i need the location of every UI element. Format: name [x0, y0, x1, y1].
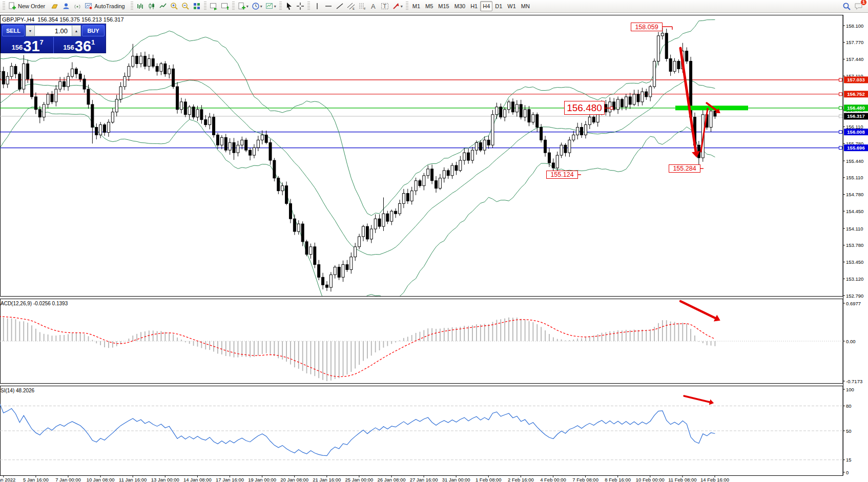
periods-button[interactable]: ▾ [250, 1, 264, 12]
candle-bear [419, 181, 421, 186]
candle-bull [209, 117, 211, 125]
search-button[interactable] [841, 1, 853, 12]
candle-bull [10, 66, 13, 76]
toolbar-grip[interactable] [131, 2, 133, 11]
templates-button[interactable]: ▾ [264, 1, 278, 12]
candle-bear [564, 145, 567, 153]
volume-down-button[interactable]: ▼ [26, 25, 35, 36]
add-indicator-button[interactable]: ▾ [236, 1, 250, 12]
candle-bull [576, 128, 579, 135]
time-axis-label: 11 Feb 08:00 [668, 477, 696, 482]
profile-icon [62, 2, 70, 10]
candle-bull [370, 229, 373, 239]
annotation-swing-low[interactable]: 155.124 [546, 171, 578, 179]
horizontal-line-button[interactable] [323, 1, 334, 12]
dropdown-caret-icon: ▾ [274, 4, 276, 9]
trendline-button[interactable] [334, 1, 345, 12]
zoom-out-button[interactable] [180, 1, 191, 12]
annotation-crash-low[interactable]: 155.284 [669, 164, 700, 173]
candle-bull [257, 140, 259, 148]
candle-bull [710, 111, 712, 128]
text-label-button[interactable]: T [379, 1, 390, 12]
main-panel [0, 20, 843, 322]
candle-bull [515, 104, 518, 112]
candle-bear [249, 150, 252, 155]
candle-bull [334, 267, 336, 275]
candle-bear [338, 267, 340, 277]
price-tag-label: 155.696 [847, 145, 864, 151]
autotrading-label: AutoTrading [93, 3, 128, 9]
candle-bull [71, 69, 73, 76]
timeframe-w1-button[interactable]: W1 [505, 1, 519, 11]
annotation-peak-price[interactable]: 158.059 [631, 23, 663, 31]
crosshair-button[interactable] [295, 1, 306, 12]
candle-bear [87, 89, 90, 104]
drop-arrow[interactable] [680, 48, 696, 152]
candle-bull [0, 71, 1, 79]
new-order-button[interactable]: New Order [7, 1, 49, 12]
line-chart-icon [159, 2, 167, 10]
timeframe-m1-button[interactable]: M1 [410, 1, 423, 11]
timeframe-m15-button[interactable]: M15 [436, 1, 451, 11]
candle-bear [511, 102, 514, 112]
timeframe-h4-button[interactable]: H4 [480, 1, 492, 11]
text-icon: A [369, 2, 378, 10]
candle-bull [47, 94, 49, 104]
autotrading-button[interactable]: AutoTrading [83, 1, 129, 12]
timeframe-m5-button[interactable]: M5 [423, 1, 436, 11]
vertical-line-button[interactable] [312, 1, 323, 12]
toolbar-grip[interactable] [279, 2, 282, 11]
candle-bear [83, 79, 86, 89]
volume-up-button[interactable]: ▲ [72, 25, 81, 36]
toolbar-grip[interactable] [204, 2, 206, 11]
price-axis-label: 153.120 [846, 276, 863, 282]
toolbar-grip[interactable] [3, 2, 5, 11]
ingot-button[interactable] [49, 1, 60, 12]
macd-arrow[interactable] [680, 301, 715, 318]
toolbar-grip[interactable] [406, 2, 408, 11]
buy-button[interactable]: BUY [82, 25, 105, 36]
autoscroll-button[interactable] [208, 1, 219, 12]
toolbar-grip[interactable] [307, 2, 310, 11]
arrows-button[interactable]: ▾ [390, 1, 404, 12]
candle-bull [483, 140, 486, 150]
candle-bull [253, 148, 255, 155]
timeframe-mn-button[interactable]: MN [519, 1, 532, 11]
volume-input[interactable]: 1.00 [35, 25, 72, 36]
chart-canvas[interactable]: 158.100157.770157.440157.110156.440156.1… [0, 0, 868, 482]
candle-bull [148, 59, 150, 67]
buy-price[interactable]: 156 36 1 [53, 37, 105, 53]
zoom-in-icon [170, 2, 178, 10]
fibonacci-button[interactable]: F [357, 1, 368, 12]
bar-chart-button[interactable] [135, 1, 146, 12]
cursor-button[interactable] [283, 1, 295, 12]
rsi-arrow[interactable] [684, 396, 710, 402]
timeframe-h1-button[interactable]: H1 [468, 1, 480, 11]
toolbar-grip[interactable] [232, 2, 235, 11]
chart-shift-button[interactable] [219, 1, 231, 12]
zoom-in-button[interactable] [169, 1, 180, 12]
line-chart-button[interactable] [157, 1, 169, 12]
sell-price[interactable]: 156 31 7 [2, 37, 53, 53]
price-marker [839, 78, 842, 81]
price-axis-label: 157.770 [846, 39, 863, 45]
text-button[interactable]: A [368, 1, 379, 12]
signals-button[interactable] [72, 1, 83, 12]
profile-button[interactable] [60, 1, 72, 12]
annotation-level-price[interactable]: 156.480 [564, 101, 605, 115]
candle-bear [245, 140, 247, 150]
candle-chart-button[interactable] [146, 1, 157, 12]
chart-title: GBPJPY-,H4 156.354 156.375 156.213 156.3… [2, 16, 124, 23]
time-axis-label: 25 Jan 00:00 [345, 477, 373, 482]
candle-bear [548, 153, 550, 163]
timeframe-m30-button[interactable]: M30 [452, 1, 468, 11]
candle-bear [487, 140, 490, 145]
timeframe-d1-button[interactable]: D1 [492, 1, 505, 11]
equidistant-channel-button[interactable]: E [345, 1, 357, 12]
candle-bear [322, 277, 324, 285]
candle-bull [23, 64, 25, 89]
sell-button[interactable]: SELL [2, 25, 25, 36]
notifications-button[interactable]: 1 [853, 1, 865, 12]
tile-windows-button[interactable] [191, 1, 202, 12]
time-axis-label: 2 Feb 16:00 [508, 477, 534, 482]
